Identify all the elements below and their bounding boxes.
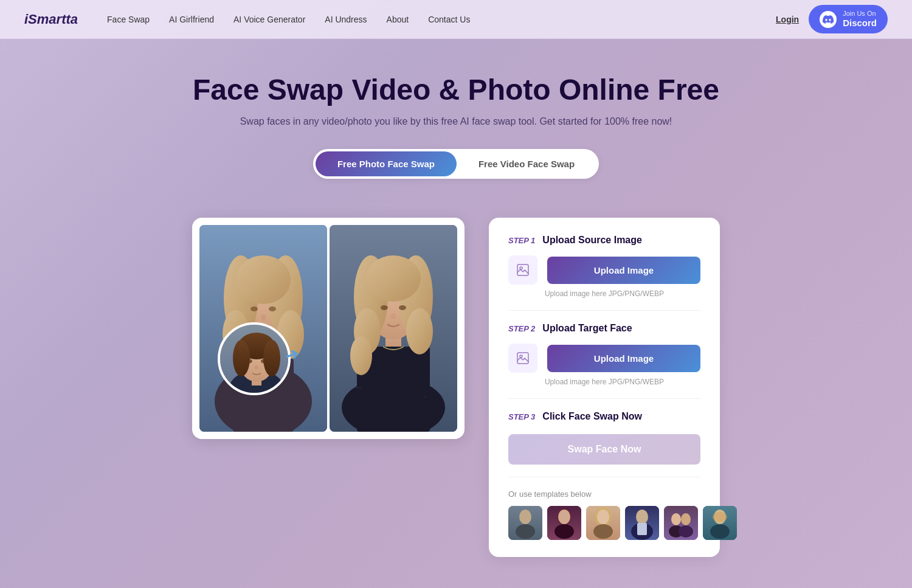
svg-point-34 — [350, 336, 372, 375]
upload-target-button[interactable]: Upload Image — [547, 345, 700, 372]
templates-label: Or use templates below — [508, 489, 700, 499]
svg-point-37 — [399, 305, 406, 310]
nav-link-ai-girlfriend[interactable]: AI Girlfriend — [169, 15, 214, 24]
upload-target-icon — [508, 344, 537, 373]
nav-link-ai-voice[interactable]: AI Voice Generator — [233, 15, 305, 24]
step1-title: Upload Source Image — [542, 235, 642, 246]
main-content: ~~~ — [0, 218, 912, 588]
step1-hint: Upload image here JPG/PNG/WEBP — [508, 289, 700, 298]
source-image-preview: ~~~ — [199, 225, 327, 432]
svg-text:~~~: ~~~ — [354, 386, 361, 390]
nav-link-ai-undress[interactable]: AI Undress — [325, 15, 367, 24]
svg-rect-43 — [517, 353, 528, 364]
step3-header: STEP 3 Click Face Swap Now — [508, 411, 700, 422]
svg-point-63 — [671, 513, 681, 525]
template-5[interactable] — [664, 506, 698, 540]
svg-point-47 — [516, 524, 535, 539]
step3-section: STEP 3 Click Face Swap Now Swap Face Now — [508, 411, 700, 477]
step2-section: STEP 2 Upload Target Face Upload Image U… — [508, 323, 700, 399]
step3-label: STEP 3 — [508, 412, 535, 421]
nav-links: Face Swap AI Girlfriend AI Voice Generat… — [107, 15, 776, 24]
tab-photo[interactable]: Free Photo Face Swap — [316, 151, 457, 176]
step1-upload-area: Upload Image — [508, 255, 700, 285]
svg-point-56 — [597, 510, 609, 524]
page-title: Face Swap Video & Photo Online Free — [12, 73, 900, 106]
svg-point-46 — [519, 510, 531, 524]
svg-point-24 — [255, 365, 258, 369]
svg-point-38 — [391, 313, 396, 319]
svg-rect-61 — [637, 523, 647, 535]
template-2[interactable] — [547, 506, 581, 540]
step1-section: STEP 1 Upload Source Image Upload Image … — [508, 235, 700, 311]
step2-hint: Upload image here JPG/PNG/WEBP — [508, 378, 700, 386]
nav-right: Login Join Us On Discord — [776, 5, 888, 33]
svg-point-22 — [246, 359, 252, 364]
svg-point-11 — [250, 306, 258, 311]
tab-video[interactable]: Free Video Face Swap — [457, 151, 596, 176]
page-subtitle: Swap faces in any video/photo you like b… — [12, 116, 900, 127]
discord-button[interactable]: Join Us On Discord — [809, 5, 888, 33]
svg-point-20 — [233, 340, 250, 376]
template-4[interactable] — [625, 506, 659, 540]
svg-point-7 — [236, 255, 291, 304]
template-1[interactable] — [508, 506, 542, 540]
login-link[interactable]: Login — [776, 15, 799, 24]
tab-bar: Free Photo Face Swap Free Video Face Swa… — [12, 149, 900, 179]
svg-point-51 — [558, 510, 570, 524]
templates-row — [508, 506, 700, 540]
swap-face-button[interactable]: Swap Face Now — [508, 434, 700, 465]
svg-point-12 — [269, 306, 276, 311]
svg-point-52 — [554, 524, 574, 539]
tabs-container: Free Photo Face Swap Free Video Face Swa… — [313, 149, 599, 179]
svg-point-57 — [593, 524, 613, 539]
upload-source-button[interactable]: Upload Image — [547, 257, 700, 284]
preview-panel: ~~~ — [192, 218, 465, 439]
step3-title: Click Face Swap Now — [542, 411, 642, 422]
template-6[interactable] — [703, 506, 737, 540]
discord-text: Join Us On Discord — [843, 10, 877, 29]
svg-rect-41 — [517, 265, 528, 275]
result-image-preview: ~~~ ~ — [330, 225, 457, 432]
svg-point-36 — [381, 305, 388, 310]
nav-link-face-swap[interactable]: Face Swap — [107, 15, 150, 24]
svg-point-69 — [713, 512, 727, 522]
site-logo[interactable]: iSmartta — [24, 12, 78, 27]
svg-text:~: ~ — [424, 395, 426, 399]
control-panel: STEP 1 Upload Source Image Upload Image … — [489, 218, 720, 557]
hero-section: Face Swap Video & Photo Online Free Swap… — [0, 39, 912, 218]
svg-point-64 — [681, 513, 691, 525]
nav-link-contact[interactable]: Contact Us — [428, 15, 470, 24]
navbar: iSmartta Face Swap AI Girlfriend AI Voic… — [0, 0, 912, 39]
svg-point-23 — [261, 359, 267, 364]
svg-point-21 — [263, 340, 280, 376]
svg-point-70 — [710, 524, 730, 539]
svg-point-35 — [406, 308, 433, 355]
step2-upload-area: Upload Image — [508, 344, 700, 373]
upload-source-icon — [508, 255, 537, 285]
step1-header: STEP 1 Upload Source Image — [508, 235, 700, 246]
step2-header: STEP 2 Upload Target Face — [508, 323, 700, 334]
step2-title: Upload Target Face — [542, 323, 632, 334]
step2-label: STEP 2 — [508, 324, 535, 333]
step1-label: STEP 1 — [508, 236, 535, 245]
svg-point-13 — [261, 314, 266, 320]
nav-link-about[interactable]: About — [387, 15, 409, 24]
face-overlay — [218, 322, 291, 395]
svg-point-59 — [636, 510, 648, 524]
discord-icon — [820, 11, 837, 28]
template-3[interactable] — [586, 506, 620, 540]
svg-point-32 — [366, 255, 421, 302]
svg-point-66 — [679, 525, 693, 538]
